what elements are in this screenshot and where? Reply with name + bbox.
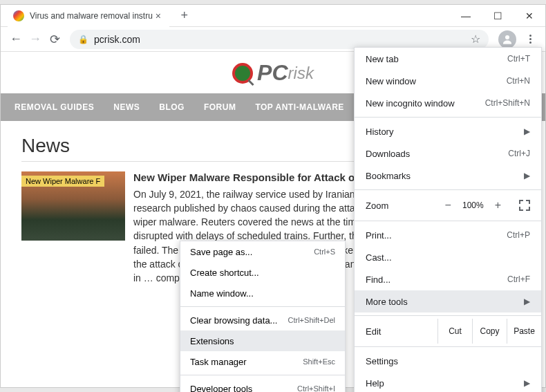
menu-bookmarks[interactable]: Bookmarks▶ [355,165,541,187]
menu-history[interactable]: History▶ [355,120,541,142]
chevron-right-icon: ▶ [524,297,530,306]
menu-new-tab[interactable]: New tabCtrl+T [355,48,541,70]
url-text: pcrisk.com [94,34,471,45]
forward-button[interactable]: → [26,30,45,49]
zoom-label: Zoom [366,200,445,211]
chevron-right-icon: ▶ [524,378,530,388]
submenu-create-shortcut[interactable]: Create shortcut... [180,262,345,283]
browser-tab[interactable]: Virus and malware removal instru × [8,5,169,27]
menu-incognito[interactable]: New incognito windowCtrl+Shift+N [355,92,541,114]
chrome-menu-button[interactable] [520,30,540,49]
logo-text-pc: PC [257,60,288,86]
chrome-main-menu: New tabCtrl+T New windowCtrl+N New incog… [354,47,542,392]
profile-avatar[interactable] [498,30,516,48]
menu-separator [355,189,541,190]
chevron-right-icon: ▶ [524,127,530,136]
menu-separator [355,117,541,118]
more-tools-submenu: Save page as...Ctrl+S Create shortcut...… [180,241,346,392]
submenu-task-manager[interactable]: Task managerShift+Esc [180,351,345,372]
menu-separator [355,315,541,316]
edit-label: Edit [366,326,437,337]
menu-downloads[interactable]: DownloadsCtrl+J [355,142,541,165]
thumbnail-label: New Wiper Malware F [21,176,104,187]
submenu-developer-tools[interactable]: Developer toolsCtrl+Shift+I [180,378,345,392]
close-tab-icon[interactable]: × [153,10,164,21]
menu-cast[interactable]: Cast... [355,246,541,268]
submenu-extensions[interactable]: Extensions [180,330,345,351]
menu-find[interactable]: Find...Ctrl+F [355,268,541,290]
nav-news[interactable]: NEWS [113,102,140,112]
maximize-button[interactable]: ☐ [482,5,514,27]
paste-button[interactable]: Paste [507,319,541,344]
chevron-right-icon: ▶ [524,171,530,180]
zoom-out-button[interactable]: − [445,199,451,212]
submenu-name-window[interactable]: Name window... [180,283,345,304]
window-controls: — ☐ ✕ [450,5,545,27]
menu-new-window[interactable]: New windowCtrl+N [355,70,541,92]
tab-title: Virus and malware removal instru [30,11,153,21]
new-tab-button[interactable]: + [175,6,194,26]
copy-button[interactable]: Copy [472,319,507,344]
logo-text-risk: risk [288,64,314,83]
zoom-in-button[interactable]: + [495,199,501,212]
menu-separator [180,375,345,375]
menu-zoom: Zoom − 100% + [355,193,541,218]
menu-settings[interactable]: Settings [355,350,541,372]
lock-icon: 🔒 [78,35,88,44]
nav-removal-guides[interactable]: REMOVAL GUIDES [15,102,94,112]
submenu-clear-data[interactable]: Clear browsing data...Ctrl+Shift+Del [180,310,345,330]
nav-forum[interactable]: FORUM [204,102,236,112]
bookmark-star-icon[interactable]: ☆ [471,32,480,46]
address-bar[interactable]: 🔒 pcrisk.com ☆ [70,30,489,49]
cut-button[interactable]: Cut [437,319,472,344]
menu-separator [180,306,345,307]
site-logo[interactable]: PCrisk [232,60,314,86]
magnifier-icon [232,63,253,84]
zoom-value: 100% [462,200,484,210]
menu-edit-row: Edit Cut Copy Paste [355,319,541,344]
fullscreen-icon[interactable] [519,200,530,211]
submenu-save-page[interactable]: Save page as...Ctrl+S [180,241,345,262]
menu-separator [355,346,541,347]
close-window-button[interactable]: ✕ [514,5,545,27]
nav-blog[interactable]: BLOG [159,102,185,112]
svg-point-0 [505,35,509,39]
menu-separator [355,221,541,221]
menu-help[interactable]: Help▶ [355,372,541,392]
nav-top-anti-malware[interactable]: TOP ANTI-MALWARE [255,102,343,112]
menu-print[interactable]: Print...Ctrl+P [355,224,541,246]
favicon-icon [13,10,24,21]
minimize-button[interactable]: — [450,5,482,27]
back-button[interactable]: ← [6,30,26,49]
titlebar: Virus and malware removal instru × + — ☐… [1,5,545,27]
menu-more-tools[interactable]: More tools▶ [355,290,541,312]
article-thumbnail[interactable]: New Wiper Malware F [21,171,125,241]
reload-button[interactable]: ⟳ [45,30,64,49]
